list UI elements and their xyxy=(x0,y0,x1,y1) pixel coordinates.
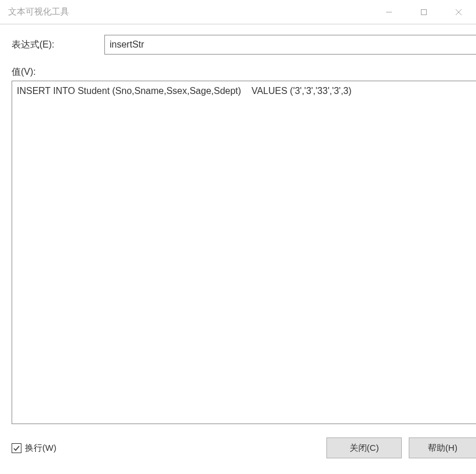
window-title: 文本可视化工具 xyxy=(8,6,69,17)
expression-row: 表达式(E): xyxy=(12,35,476,55)
value-label: 值(V): xyxy=(12,66,476,78)
minimize-button[interactable] xyxy=(372,0,406,24)
value-textarea[interactable] xyxy=(12,81,476,424)
expression-input[interactable] xyxy=(104,35,476,55)
maximize-button[interactable] xyxy=(406,0,441,24)
close-icon xyxy=(455,9,462,16)
window-controls xyxy=(372,0,476,24)
close-button-action[interactable]: 关闭(C) xyxy=(326,437,402,458)
wrap-checkbox-label: 换行(W) xyxy=(25,443,56,454)
checkmark-icon xyxy=(13,444,20,452)
minimize-icon xyxy=(386,9,393,16)
close-button[interactable] xyxy=(441,0,476,24)
content-area: 表达式(E): 值(V): 换行(W) 关闭(C) 帮助(H) xyxy=(0,24,476,458)
bottom-row: 换行(W) 关闭(C) 帮助(H) xyxy=(12,437,476,458)
wrap-checkbox-container[interactable]: 换行(W) xyxy=(12,443,56,454)
wrap-checkbox[interactable] xyxy=(12,443,21,453)
help-button[interactable]: 帮助(H) xyxy=(409,437,476,458)
button-row: 关闭(C) 帮助(H) xyxy=(326,437,476,458)
expression-label: 表达式(E): xyxy=(12,39,104,51)
titlebar: 文本可视化工具 xyxy=(0,0,476,24)
maximize-icon xyxy=(420,9,427,16)
svg-rect-1 xyxy=(422,9,427,15)
